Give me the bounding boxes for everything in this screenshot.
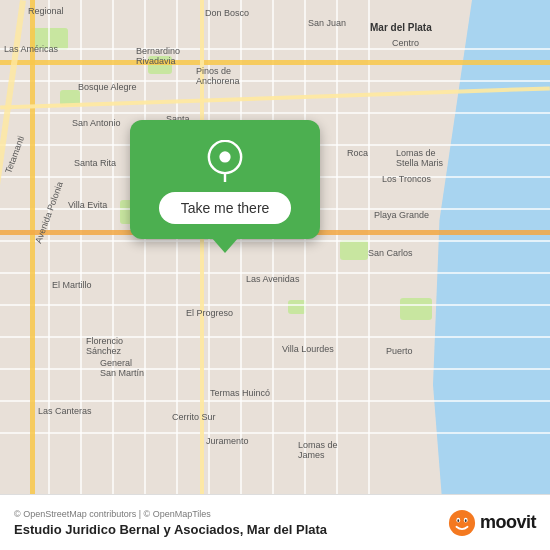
street bbox=[48, 0, 50, 550]
street bbox=[0, 272, 550, 274]
road bbox=[200, 0, 204, 550]
map-label-general: General bbox=[100, 358, 132, 368]
avenue bbox=[30, 0, 35, 550]
street bbox=[80, 0, 82, 550]
svg-point-3 bbox=[449, 509, 475, 535]
park bbox=[400, 298, 432, 320]
street bbox=[0, 48, 550, 50]
street bbox=[0, 336, 550, 338]
street bbox=[112, 0, 114, 550]
street bbox=[0, 400, 550, 402]
map-label-james: James bbox=[298, 450, 325, 460]
street bbox=[0, 240, 550, 242]
street bbox=[272, 0, 274, 550]
street bbox=[0, 112, 550, 114]
park bbox=[340, 240, 368, 260]
popup-card: Take me there bbox=[130, 120, 320, 239]
svg-point-6 bbox=[457, 519, 459, 522]
map-label-tetamanti: Tetamanti bbox=[3, 135, 26, 175]
water-area bbox=[420, 0, 550, 550]
street bbox=[0, 304, 550, 306]
map-label-don-bosco: Don Bosco bbox=[205, 8, 249, 18]
map-label-san-carlos: San Carlos bbox=[368, 248, 413, 258]
map-container: Mar del Plata Centro Las Américas Region… bbox=[0, 0, 550, 550]
avenue bbox=[0, 60, 550, 65]
attribution-text: © OpenStreetMap contributors | © OpenMap… bbox=[14, 509, 327, 519]
map-label-bosque-alegre: Bosque Alegre bbox=[78, 82, 137, 92]
map-label-san-juan: San Juan bbox=[308, 18, 346, 28]
map-label-villa-lourdes: Villa Lourdes bbox=[282, 344, 334, 354]
take-me-there-button[interactable]: Take me there bbox=[159, 192, 292, 224]
street bbox=[176, 0, 178, 550]
park bbox=[148, 56, 172, 74]
map-label-las-canteras: Las Canteras bbox=[38, 406, 92, 416]
map-label-stella-maris: Stella Maris bbox=[396, 158, 443, 168]
bottom-bar: © OpenStreetMap contributors | © OpenMap… bbox=[0, 494, 550, 550]
map-label-juramento: Juramento bbox=[206, 436, 249, 446]
location-name: Estudio Juridico Bernal y Asociados, Mar… bbox=[14, 522, 327, 537]
street bbox=[368, 0, 370, 550]
moovit-logo: moovit bbox=[448, 509, 536, 537]
moovit-icon bbox=[448, 509, 476, 537]
street bbox=[0, 80, 550, 82]
street bbox=[240, 0, 242, 550]
street bbox=[208, 0, 210, 550]
diagonal-road bbox=[0, 0, 26, 486]
map-label-roca: Roca bbox=[347, 148, 368, 158]
svg-point-7 bbox=[465, 519, 467, 522]
map-label-puerto: Puerto bbox=[386, 346, 413, 356]
map-label-mar-del-plata: Mar del Plata bbox=[370, 22, 432, 33]
map-label-playa-grande: Playa Grande bbox=[374, 210, 429, 220]
street bbox=[144, 0, 146, 550]
map-label-el-martillo: El Martillo bbox=[52, 280, 92, 290]
svg-point-1 bbox=[219, 151, 230, 162]
map-label-lomas-stella: Lomas de bbox=[396, 148, 436, 158]
bottom-left: © OpenStreetMap contributors | © OpenMap… bbox=[14, 509, 327, 537]
moovit-text: moovit bbox=[480, 512, 536, 533]
street bbox=[0, 368, 550, 370]
location-pin-icon bbox=[204, 140, 246, 182]
street bbox=[0, 432, 550, 434]
street bbox=[336, 0, 338, 550]
map-label-centro: Centro bbox=[392, 38, 419, 48]
street bbox=[304, 0, 306, 550]
map-background: Mar del Plata Centro Las Américas Region… bbox=[0, 0, 550, 550]
map-label-sanchez: Sánchez bbox=[86, 346, 121, 356]
